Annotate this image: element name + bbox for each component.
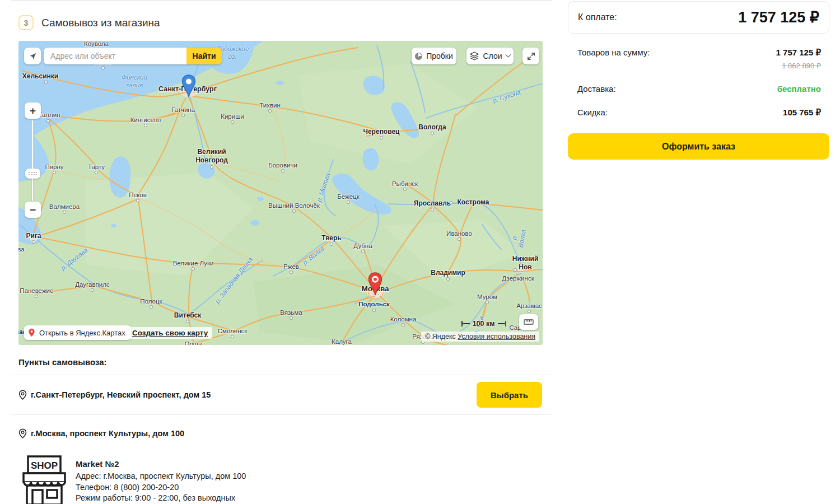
traffic-label: Пробки: [426, 52, 453, 60]
map-water-label: Финский залив: [122, 74, 147, 90]
zoom-out-button[interactable]: −: [25, 202, 41, 218]
yandex-map[interactable]: КоуволаКоткаХельсинкиТаллинСанкт-Петербу…: [18, 41, 543, 345]
map-city-dot: [347, 200, 350, 204]
delivery-row: Доставка: бесплатно: [568, 84, 829, 94]
map-pin-spb[interactable]: [181, 74, 196, 97]
map-scale: 100 км: [461, 320, 506, 328]
checkout-button[interactable]: Оформить заказ: [568, 133, 829, 160]
geolocate-button[interactable]: [24, 48, 41, 64]
map-city-label: Великий Новгород: [195, 148, 228, 165]
map-city-dot: [32, 240, 35, 244]
map-water-label: р. Волга: [509, 225, 529, 251]
map-city-dot: [290, 270, 293, 274]
pickup-section-card: 3 Самовывоз из магазина: [11, 0, 552, 504]
map-water-label: р. Волга: [301, 245, 326, 267]
copyright-label: © Яндекс: [425, 333, 456, 340]
map-city-dot: [292, 209, 296, 213]
pickup-address: г.Санкт-Петербург, Невский проспект, дом…: [31, 390, 211, 399]
open-in-yandex-maps-link[interactable]: Открыть в Яндекс.Картах: [24, 325, 131, 340]
map-city-label: Боровичи: [268, 161, 297, 169]
zoom-slider-track[interactable]: [31, 120, 34, 202]
find-button[interactable]: Найти: [186, 48, 222, 64]
map-city-dot: [486, 301, 489, 304]
map-city-label: Арзамас: [516, 302, 542, 310]
map-city-dot: [53, 171, 56, 174]
map-city-dot: [431, 132, 434, 135]
map-city-label: Тверь: [321, 234, 341, 242]
map-water-label: р. Западная Двина: [214, 256, 255, 305]
map-city-label: Вологда: [418, 123, 446, 132]
map-search-bar: Найти: [44, 48, 222, 64]
map-city-label: Коломна: [390, 315, 417, 323]
checkout-page: 3 Самовывоз из магазина: [0, 0, 840, 504]
pickup-point-moscow[interactable]: г.Москва, проспект Культуры, дом 100: [11, 415, 552, 452]
map-city-label: Псков: [129, 191, 147, 199]
zoom-in-button[interactable]: +: [25, 102, 41, 119]
map-pin-moscow[interactable]: [368, 272, 382, 296]
map-city-dot: [458, 237, 461, 241]
pin-outline-icon: [18, 390, 27, 400]
map-city-dot: [210, 165, 213, 169]
map-city-label: Таллин: [38, 111, 60, 119]
map-city-label: Орша: [185, 340, 202, 345]
map-city-label: Гатчина: [171, 106, 195, 114]
map-city-label: Подольск: [358, 300, 390, 308]
map-city-label: Иваново: [446, 230, 472, 237]
map-city-dot: [281, 169, 284, 172]
map-city-label: Хельсинки: [22, 72, 58, 81]
shop-phone-line: Телефон: 8 (800) 200-20-20: [76, 482, 246, 493]
discount-value: 105 765 ₽: [783, 108, 821, 118]
map-city-dot: [46, 119, 50, 123]
choose-button[interactable]: Выбрать: [477, 382, 542, 408]
map-city-labels: КоуволаКоткаХельсинкиТаллинСанкт-Петербу…: [18, 41, 543, 345]
map-city-dot: [431, 208, 434, 211]
layers-button[interactable]: Слои: [466, 48, 514, 64]
items-sum-row: Товаров на сумму: 1 757 125 ₽: [568, 48, 829, 58]
items-old-value: 1 862 890 ₽: [568, 62, 829, 70]
map-city-dot: [446, 277, 450, 281]
delivery-value: бесплатно: [777, 84, 821, 94]
map-city-dot: [514, 268, 517, 272]
map-city-dot: [231, 120, 234, 124]
map-search-input[interactable]: [44, 48, 186, 64]
map-city-label: Ярославль: [414, 199, 451, 208]
map-city-label: Великие Луки: [173, 259, 214, 267]
map-city-dot: [144, 124, 147, 127]
map-city-label: Вязьма: [280, 309, 302, 316]
map-city-dot: [91, 288, 94, 292]
navigation-arrow-icon: [29, 52, 37, 60]
shop-address-line: Адрес: г.Москва, проспект Культуры, дом …: [76, 471, 246, 482]
step-badge: 3: [18, 15, 34, 30]
shop-icon: SHOP: [22, 455, 66, 504]
map-city-dot: [44, 81, 48, 84]
items-label: Товаров на сумму:: [577, 48, 650, 57]
ruler-button[interactable]: [519, 314, 538, 330]
map-city-label: Ржев: [283, 263, 299, 270]
map-attribution: © Яндекс Условия использования: [421, 332, 539, 342]
layers-icon: [470, 52, 479, 60]
map-city-dot: [528, 310, 531, 313]
discount-label: Скидка:: [577, 108, 608, 117]
zoom-slider-handle[interactable]: [25, 169, 40, 179]
pickup-heading: Пункты самовывоза:: [18, 357, 552, 367]
map-city-label: Бежецк: [337, 193, 360, 200]
map-water-label: р. Молога: [315, 172, 332, 203]
traffic-button[interactable]: Пробки: [412, 48, 456, 64]
traffic-icon: [415, 53, 422, 60]
terms-link[interactable]: Условия использования: [458, 333, 535, 340]
map-city-dot: [192, 267, 195, 270]
map-city-dot: [402, 323, 405, 326]
pickup-point-spb[interactable]: г.Санкт-Петербург, Невский проспект, дом…: [11, 375, 552, 414]
map-city-label: Смоленск: [218, 327, 248, 335]
order-summary: К оплате: 1 757 125 ₽ Товаров на сумму: …: [568, 1, 829, 160]
map-city-label: Рыбинск: [392, 180, 418, 188]
map-city-dot: [101, 66, 105, 69]
map-city-dot: [380, 136, 383, 139]
scale-label: 100 км: [473, 320, 495, 328]
map-city-label: Дзержинск: [502, 274, 534, 282]
create-map-link[interactable]: Создать свою карту: [128, 327, 212, 339]
map-city-dot: [136, 199, 139, 202]
map-city-dot: [449, 201, 452, 204]
fullscreen-button[interactable]: [522, 48, 539, 64]
map-city-label: Тарту: [88, 163, 105, 171]
